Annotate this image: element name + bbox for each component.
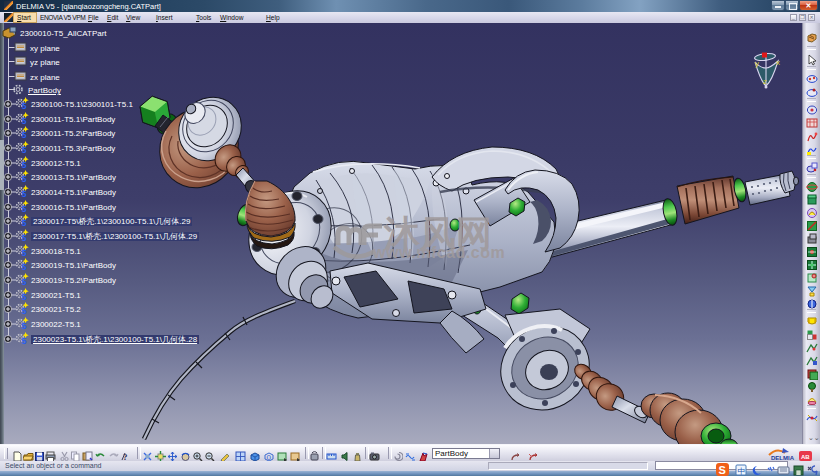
svg-text:AB: AB xyxy=(801,454,810,460)
svg-text:z: z xyxy=(763,77,767,86)
svg-text:中: 中 xyxy=(738,467,746,476)
svg-text:x: x xyxy=(776,58,780,67)
svg-text:S: S xyxy=(719,464,726,476)
svg-text:y: y xyxy=(755,59,759,68)
svg-text:www.mfcad.com: www.mfcad.com xyxy=(372,244,505,261)
